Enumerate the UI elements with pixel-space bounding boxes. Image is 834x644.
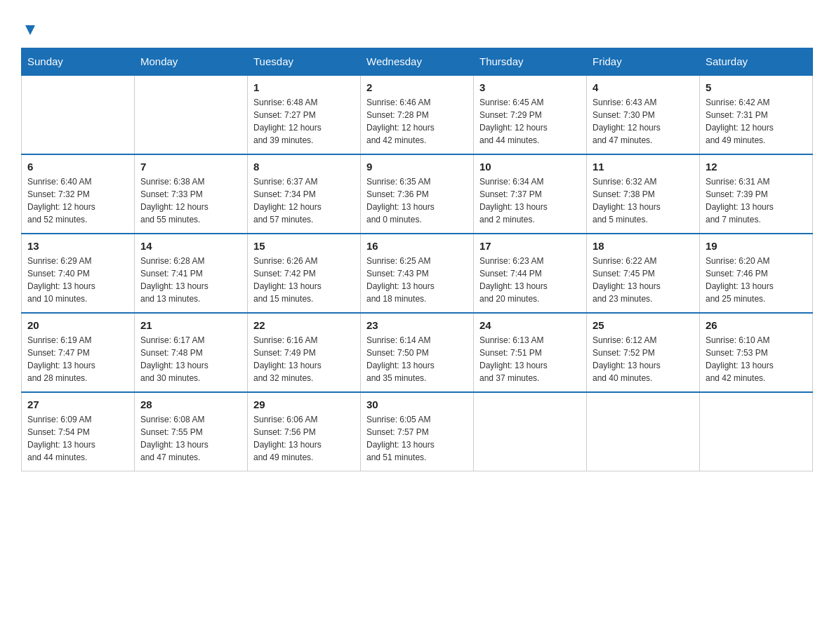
calendar-cell: 29Sunrise: 6:06 AM Sunset: 7:56 PM Dayli…	[248, 392, 361, 471]
calendar-cell: 13Sunrise: 6:29 AM Sunset: 7:40 PM Dayli…	[22, 234, 135, 313]
day-info: Sunrise: 6:06 AM Sunset: 7:56 PM Dayligh…	[253, 413, 355, 464]
day-info: Sunrise: 6:22 AM Sunset: 7:45 PM Dayligh…	[593, 255, 694, 305]
calendar-cell: 27Sunrise: 6:09 AM Sunset: 7:54 PM Dayli…	[22, 392, 135, 471]
day-info: Sunrise: 6:38 AM Sunset: 7:33 PM Dayligh…	[140, 175, 241, 226]
calendar-cell: 16Sunrise: 6:25 AM Sunset: 7:43 PM Dayli…	[361, 234, 474, 313]
day-number: 25	[593, 319, 694, 331]
day-info: Sunrise: 6:08 AM Sunset: 7:55 PM Dayligh…	[140, 413, 241, 464]
header-friday: Friday	[587, 48, 700, 76]
calendar-cell: 15Sunrise: 6:26 AM Sunset: 7:42 PM Dayli…	[248, 234, 361, 313]
calendar-cell: 23Sunrise: 6:14 AM Sunset: 7:50 PM Dayli…	[361, 313, 474, 392]
day-number: 4	[593, 81, 694, 93]
calendar-cell: 21Sunrise: 6:17 AM Sunset: 7:48 PM Dayli…	[135, 313, 248, 392]
day-info: Sunrise: 6:05 AM Sunset: 7:57 PM Dayligh…	[366, 413, 468, 464]
calendar-week-row: 1Sunrise: 6:48 AM Sunset: 7:27 PM Daylig…	[22, 75, 813, 154]
calendar-cell: 18Sunrise: 6:22 AM Sunset: 7:45 PM Dayli…	[587, 234, 700, 313]
day-number: 13	[27, 240, 128, 252]
day-number: 27	[27, 398, 128, 410]
day-info: Sunrise: 6:14 AM Sunset: 7:50 PM Dayligh…	[366, 334, 468, 384]
day-number: 20	[27, 319, 128, 331]
day-info: Sunrise: 6:34 AM Sunset: 7:37 PM Dayligh…	[479, 175, 581, 226]
day-number: 7	[140, 161, 241, 173]
day-info: Sunrise: 6:16 AM Sunset: 7:49 PM Dayligh…	[253, 334, 355, 384]
day-number: 22	[253, 319, 355, 331]
day-number: 15	[253, 240, 355, 252]
day-number: 1	[253, 81, 355, 93]
day-info: Sunrise: 6:28 AM Sunset: 7:41 PM Dayligh…	[140, 255, 241, 305]
calendar-cell: 12Sunrise: 6:31 AM Sunset: 7:39 PM Dayli…	[700, 154, 813, 234]
day-info: Sunrise: 6:10 AM Sunset: 7:53 PM Dayligh…	[706, 334, 807, 384]
svg-marker-0	[25, 25, 35, 35]
day-info: Sunrise: 6:19 AM Sunset: 7:47 PM Dayligh…	[27, 334, 128, 384]
calendar-cell: 8Sunrise: 6:37 AM Sunset: 7:34 PM Daylig…	[248, 154, 361, 234]
day-number: 23	[366, 319, 468, 331]
day-info: Sunrise: 6:23 AM Sunset: 7:44 PM Dayligh…	[479, 255, 581, 305]
calendar-cell: 30Sunrise: 6:05 AM Sunset: 7:57 PM Dayli…	[361, 392, 474, 471]
calendar-cell: 9Sunrise: 6:35 AM Sunset: 7:36 PM Daylig…	[361, 154, 474, 234]
day-number: 11	[593, 161, 694, 173]
header-monday: Monday	[135, 48, 248, 76]
page-header	[21, 21, 813, 34]
calendar-cell	[22, 75, 135, 154]
day-number: 12	[706, 161, 807, 173]
calendar-cell: 4Sunrise: 6:43 AM Sunset: 7:30 PM Daylig…	[587, 75, 700, 154]
calendar-week-row: 6Sunrise: 6:40 AM Sunset: 7:32 PM Daylig…	[22, 154, 813, 234]
day-number: 17	[479, 240, 581, 252]
header-row: SundayMondayTuesdayWednesdayThursdayFrid…	[22, 48, 813, 76]
day-info: Sunrise: 6:32 AM Sunset: 7:38 PM Dayligh…	[593, 175, 694, 226]
calendar-cell: 11Sunrise: 6:32 AM Sunset: 7:38 PM Dayli…	[587, 154, 700, 234]
day-info: Sunrise: 6:09 AM Sunset: 7:54 PM Dayligh…	[27, 413, 128, 464]
calendar-header: SundayMondayTuesdayWednesdayThursdayFrid…	[22, 48, 813, 76]
day-number: 30	[366, 398, 468, 410]
day-number: 28	[140, 398, 241, 410]
day-info: Sunrise: 6:45 AM Sunset: 7:29 PM Dayligh…	[479, 96, 581, 147]
logo-triangle-icon	[22, 22, 38, 38]
day-info: Sunrise: 6:31 AM Sunset: 7:39 PM Dayligh…	[706, 175, 807, 226]
calendar-cell	[474, 392, 587, 471]
day-info: Sunrise: 6:48 AM Sunset: 7:27 PM Dayligh…	[253, 96, 355, 147]
day-number: 2	[366, 81, 468, 93]
day-number: 8	[253, 161, 355, 173]
header-tuesday: Tuesday	[248, 48, 361, 76]
day-info: Sunrise: 6:25 AM Sunset: 7:43 PM Dayligh…	[366, 255, 468, 305]
day-info: Sunrise: 6:46 AM Sunset: 7:28 PM Dayligh…	[366, 96, 468, 147]
calendar-week-row: 20Sunrise: 6:19 AM Sunset: 7:47 PM Dayli…	[22, 313, 813, 392]
day-info: Sunrise: 6:43 AM Sunset: 7:30 PM Dayligh…	[593, 96, 694, 147]
day-info: Sunrise: 6:12 AM Sunset: 7:52 PM Dayligh…	[593, 334, 694, 384]
calendar-cell: 7Sunrise: 6:38 AM Sunset: 7:33 PM Daylig…	[135, 154, 248, 234]
calendar-cell: 24Sunrise: 6:13 AM Sunset: 7:51 PM Dayli…	[474, 313, 587, 392]
calendar-cell	[700, 392, 813, 471]
calendar-cell: 1Sunrise: 6:48 AM Sunset: 7:27 PM Daylig…	[248, 75, 361, 154]
day-info: Sunrise: 6:26 AM Sunset: 7:42 PM Dayligh…	[253, 255, 355, 305]
day-number: 29	[253, 398, 355, 410]
calendar-cell	[135, 75, 248, 154]
day-number: 19	[706, 240, 807, 252]
calendar-cell: 19Sunrise: 6:20 AM Sunset: 7:46 PM Dayli…	[700, 234, 813, 313]
day-info: Sunrise: 6:29 AM Sunset: 7:40 PM Dayligh…	[27, 255, 128, 305]
day-number: 6	[27, 161, 128, 173]
header-saturday: Saturday	[700, 48, 813, 76]
day-number: 9	[366, 161, 468, 173]
day-number: 18	[593, 240, 694, 252]
day-info: Sunrise: 6:37 AM Sunset: 7:34 PM Dayligh…	[253, 175, 355, 226]
day-number: 21	[140, 319, 241, 331]
day-info: Sunrise: 6:17 AM Sunset: 7:48 PM Dayligh…	[140, 334, 241, 384]
logo	[21, 21, 38, 34]
calendar-body: 1Sunrise: 6:48 AM Sunset: 7:27 PM Daylig…	[22, 75, 813, 471]
header-sunday: Sunday	[22, 48, 135, 76]
calendar-cell: 17Sunrise: 6:23 AM Sunset: 7:44 PM Dayli…	[474, 234, 587, 313]
calendar-cell: 5Sunrise: 6:42 AM Sunset: 7:31 PM Daylig…	[700, 75, 813, 154]
day-number: 16	[366, 240, 468, 252]
calendar-cell: 3Sunrise: 6:45 AM Sunset: 7:29 PM Daylig…	[474, 75, 587, 154]
calendar-week-row: 13Sunrise: 6:29 AM Sunset: 7:40 PM Dayli…	[22, 234, 813, 313]
calendar-cell: 20Sunrise: 6:19 AM Sunset: 7:47 PM Dayli…	[22, 313, 135, 392]
day-info: Sunrise: 6:35 AM Sunset: 7:36 PM Dayligh…	[366, 175, 468, 226]
calendar-cell: 25Sunrise: 6:12 AM Sunset: 7:52 PM Dayli…	[587, 313, 700, 392]
calendar-cell: 14Sunrise: 6:28 AM Sunset: 7:41 PM Dayli…	[135, 234, 248, 313]
day-info: Sunrise: 6:20 AM Sunset: 7:46 PM Dayligh…	[706, 255, 807, 305]
day-number: 14	[140, 240, 241, 252]
calendar-cell	[587, 392, 700, 471]
day-info: Sunrise: 6:40 AM Sunset: 7:32 PM Dayligh…	[27, 175, 128, 226]
calendar-cell: 22Sunrise: 6:16 AM Sunset: 7:49 PM Dayli…	[248, 313, 361, 392]
day-info: Sunrise: 6:13 AM Sunset: 7:51 PM Dayligh…	[479, 334, 581, 384]
